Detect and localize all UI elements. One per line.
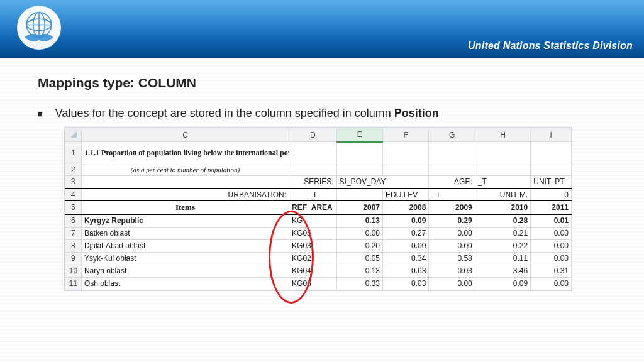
row-number[interactable]: 11 — [65, 277, 82, 290]
column-header-row: C D E F G H I — [65, 128, 572, 142]
row-5: 5 Items REF_AREA 2007 2008 2009 2010 201… — [65, 201, 572, 215]
cell-I3[interactable]: UNITPT — [531, 176, 572, 189]
ref-area-code[interactable]: KG06 — [289, 277, 337, 290]
cell-F5[interactable]: 2008 — [382, 201, 428, 215]
cell-C5[interactable]: Items — [81, 201, 289, 215]
cell-C2[interactable]: (as a per cent to number of population) — [81, 163, 289, 176]
item-name[interactable]: Ysyk-Kul oblast — [81, 252, 289, 265]
cell-G3-val[interactable]: _T — [475, 176, 530, 189]
col-header-G[interactable]: G — [429, 128, 475, 142]
row-3: 3 SERIES: SI_POV_DAY AGE: _T UNITPT — [65, 176, 572, 189]
cell-H5[interactable]: 2010 — [475, 201, 530, 215]
org-title: United Nations Statistics Division — [468, 40, 633, 52]
cell-G3-lbl[interactable]: AGE: — [429, 176, 475, 189]
table-row: 7 Batken oblast KG05 0.00 0.27 0.00 0.21… — [65, 227, 572, 239]
col-header-C[interactable]: C — [81, 128, 289, 142]
row-number[interactable]: 3 — [65, 176, 82, 189]
excel-grid: C D E F G H I 1 1.1.1 Proportion of popu… — [65, 128, 572, 290]
slide-heading: Mappings type: COLUMN — [38, 74, 196, 92]
ref-area-code[interactable]: KG02 — [289, 252, 337, 265]
row-number[interactable]: 7 — [65, 227, 82, 239]
cell-E5[interactable]: 2007 — [336, 201, 382, 215]
row-number[interactable]: 6 — [65, 214, 82, 227]
header-banner: United Nations Statistics Division — [0, 0, 644, 58]
cell-C1[interactable]: 1.1.1 Proportion of population living be… — [81, 142, 289, 163]
bullet-bold: Position — [394, 107, 439, 119]
cell-G5[interactable]: 2009 — [429, 201, 475, 215]
row-number[interactable]: 5 — [65, 201, 82, 215]
row-number[interactable]: 9 — [65, 252, 82, 265]
cell-D3[interactable]: SERIES: — [289, 176, 337, 189]
row-1: 1 1.1.1 Proportion of population living … — [65, 142, 572, 163]
col-header-H[interactable]: H — [475, 128, 530, 142]
table-row: 11 Osh oblast KG06 0.33 0.03 0.00 0.09 0… — [65, 277, 572, 290]
row-number[interactable]: 2 — [65, 163, 82, 176]
row-number[interactable]: 4 — [65, 189, 82, 201]
item-name[interactable]: Djalal-Abad oblast — [81, 239, 289, 252]
bullet-text: Values for the concept are stored in the… — [55, 106, 606, 121]
cell-F4[interactable]: EDU.LEV — [382, 189, 428, 201]
cell-H4[interactable]: UNIT M. — [475, 189, 530, 201]
cell-E3[interactable]: SI_POV_DAY — [336, 176, 429, 189]
cell-D4[interactable]: _T — [289, 189, 337, 201]
row-4: 4 URBANISATION: _T EDU.LEV _T UNIT M. 0 — [65, 189, 572, 201]
item-name[interactable]: Naryn oblast — [81, 265, 289, 277]
ref-area-code[interactable]: KG03 — [289, 239, 337, 252]
row-number[interactable]: 10 — [65, 265, 82, 277]
row-2: 2 (as a per cent to number of population… — [65, 163, 572, 176]
cell-G4[interactable]: _T — [429, 189, 475, 201]
select-all-corner[interactable] — [65, 128, 82, 142]
un-logo — [15, 4, 63, 52]
row-number[interactable]: 1 — [65, 142, 82, 163]
item-name[interactable]: Osh oblast — [81, 277, 289, 290]
bullet-intro: ■ Values for the concept are stored in t… — [38, 106, 606, 123]
col-header-E[interactable]: E — [336, 128, 382, 142]
cell-C4[interactable]: URBANISATION: — [81, 189, 289, 201]
cell-I4[interactable]: 0 — [531, 189, 572, 201]
item-name[interactable]: Batken oblast — [81, 227, 289, 239]
ref-area-code[interactable]: KG04 — [289, 265, 337, 277]
cell-I5[interactable]: 2011 — [531, 201, 572, 215]
col-header-D[interactable]: D — [289, 128, 337, 142]
bullet-marker: ■ — [38, 106, 43, 123]
table-row: 9 Ysyk-Kul oblast KG02 0.05 0.34 0.58 0.… — [65, 252, 572, 265]
table-row: 8 Djalal-Abad oblast KG03 0.20 0.00 0.00… — [65, 239, 572, 252]
slide-content: Mappings type: COLUMN ■ Values for the c… — [0, 58, 644, 362]
cell-D5[interactable]: REF_AREA — [289, 201, 337, 215]
col-header-I[interactable]: I — [531, 128, 572, 142]
spreadsheet-inset: C D E F G H I 1 1.1.1 Proportion of popu… — [64, 127, 572, 291]
table-row: 6 Kyrgyz Republic KG 0.13 0.09 0.29 0.28… — [65, 214, 572, 227]
row-number[interactable]: 8 — [65, 239, 82, 252]
table-row: 10 Naryn oblast KG04 0.13 0.63 0.03 3.46… — [65, 265, 572, 277]
bullet-prefix: Values for the concept are stored in the… — [55, 107, 394, 119]
col-header-F[interactable]: F — [382, 128, 428, 142]
item-name[interactable]: Kyrgyz Republic — [81, 214, 289, 227]
ref-area-code[interactable]: KG — [289, 214, 337, 227]
ref-area-code[interactable]: KG05 — [289, 227, 337, 239]
